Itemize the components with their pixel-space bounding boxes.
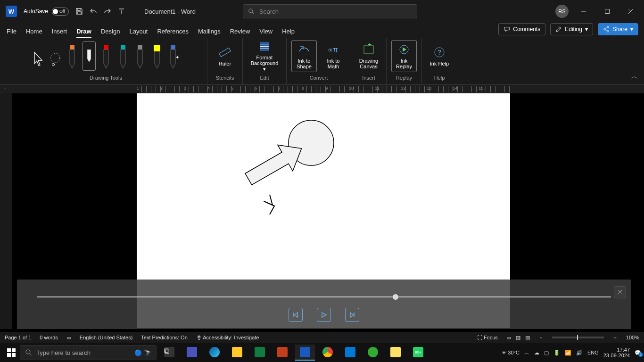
comments-button[interactable]: Comments — [498, 23, 545, 35]
drawn-scribble[interactable] — [264, 195, 274, 214]
ink-help-button[interactable]: ? Ink Help — [427, 40, 452, 72]
onedrive-icon[interactable]: ☁ — [534, 350, 539, 356]
whatsapp-app[interactable]: 99+ — [408, 345, 428, 361]
excel-app[interactable] — [250, 345, 270, 361]
explorer-app[interactable] — [227, 345, 247, 361]
tab-layout[interactable]: Layout — [129, 28, 148, 38]
web-layout-icon[interactable]: ▤ — [525, 335, 530, 341]
print-layout-icon[interactable]: ▥ — [516, 335, 520, 341]
volume-icon[interactable]: 🔊 — [576, 350, 583, 356]
zoom-in-button[interactable]: ＋ — [612, 334, 618, 341]
teams-app[interactable] — [182, 345, 202, 361]
meet-now-icon[interactable]: ▢ — [544, 350, 549, 356]
undo-icon[interactable] — [90, 8, 97, 15]
title-bar: W AutoSave Off Document1 - Word Search R… — [0, 0, 644, 23]
tray-chevron-up-icon[interactable]: ︿ — [524, 349, 529, 356]
select-tool[interactable] — [32, 43, 45, 69]
zoom-level[interactable]: 100% — [626, 335, 639, 340]
tab-draw[interactable]: Draw — [76, 28, 91, 38]
ink-to-math-button[interactable]: ∝π Ink to Math — [321, 40, 346, 72]
save-icon[interactable] — [75, 8, 83, 15]
edge-app[interactable] — [205, 345, 224, 361]
sticky-notes-app[interactable] — [386, 345, 405, 361]
tab-help[interactable]: Help — [282, 28, 295, 38]
zoom-slider[interactable] — [552, 337, 604, 338]
outlook-app[interactable] — [340, 345, 360, 361]
pen-orange[interactable] — [66, 43, 79, 69]
pen-red[interactable] — [99, 43, 113, 69]
pen-sparkle[interactable]: ✦ — [167, 43, 181, 69]
redo-icon[interactable] — [104, 8, 111, 15]
status-page[interactable]: Page 1 of 1 — [5, 335, 31, 340]
weather-widget[interactable]: ☀ 30°C — [502, 350, 520, 356]
status-text-predictions[interactable]: Text Predictions: On — [141, 335, 187, 340]
clock[interactable]: 17:47 23-09-2024 — [603, 347, 630, 358]
notifications-button[interactable]: 💬6 — [635, 350, 641, 356]
powerpoint-app[interactable] — [272, 345, 292, 361]
horizontal-ruler[interactable]: ⌐ 123456789101112131415 — [0, 85, 644, 93]
read-mode-icon[interactable]: ▭ — [506, 335, 511, 341]
tab-design[interactable]: Design — [101, 28, 120, 38]
highlighter-yellow[interactable] — [150, 43, 164, 69]
wifi-icon[interactable]: 📶 — [565, 350, 571, 356]
format-background-button[interactable]: Format Background ▾ — [248, 40, 281, 72]
pencil-gray[interactable] — [133, 43, 147, 69]
user-avatar[interactable]: RS — [555, 5, 569, 18]
tab-insert[interactable]: Insert — [52, 28, 67, 38]
start-button[interactable] — [3, 348, 20, 357]
focus-mode-button[interactable]: ⛶ Focus — [477, 335, 498, 340]
search-box[interactable]: Search — [243, 4, 417, 18]
status-accessibility[interactable]: Accessibility: Investigate — [196, 335, 259, 340]
ink-to-shape-button[interactable]: Ink to Shape — [291, 40, 317, 72]
taskbar-search[interactable]: Type here to search 🔵 🔭 — [20, 345, 157, 360]
customize-qat-icon[interactable] — [118, 8, 125, 15]
ink-to-math-icon: ∝π — [327, 43, 340, 56]
ruler-button[interactable]: Ruler — [212, 40, 238, 72]
editing-mode-button[interactable]: Editing ▾ — [550, 23, 593, 35]
browser-app[interactable] — [363, 345, 383, 361]
toggle-icon[interactable]: Off — [52, 8, 69, 16]
search-icon — [248, 8, 255, 15]
pen-black-active[interactable] — [83, 41, 96, 71]
maximize-button[interactable] — [597, 4, 618, 19]
svg-rect-7 — [70, 45, 74, 49]
group-label-stencils: Stencils — [216, 75, 234, 83]
autosave-toggle[interactable]: AutoSave Off — [24, 8, 69, 16]
ink-replay-pane — [17, 280, 631, 329]
battery-icon[interactable]: 🔋 — [553, 350, 560, 356]
svg-point-3 — [604, 28, 606, 30]
replay-slider[interactable] — [37, 296, 611, 297]
share-button[interactable]: Share ▾ — [598, 23, 638, 35]
ink-replay-button[interactable]: Ink Replay — [391, 40, 417, 72]
spellcheck-icon[interactable]: ▭ — [66, 335, 71, 341]
tab-references[interactable]: References — [157, 28, 188, 38]
status-language[interactable]: English (United States) — [80, 335, 133, 340]
drawing-canvas-button[interactable]: + Drawing Canvas — [356, 40, 381, 72]
ink-help-icon: ? — [433, 46, 446, 59]
language-indicator[interactable]: ENG — [587, 350, 599, 355]
tab-file[interactable]: File — [7, 28, 17, 38]
group-label-drawing-tools: Drawing Tools — [90, 75, 122, 83]
tab-home[interactable]: Home — [26, 28, 42, 38]
tab-mailings[interactable]: Mailings — [198, 28, 221, 38]
svg-rect-9 — [121, 45, 125, 49]
tab-view[interactable]: View — [259, 28, 272, 38]
pen-teal[interactable] — [116, 43, 130, 69]
status-words[interactable]: 0 words — [40, 335, 58, 340]
replay-close-button[interactable] — [614, 286, 626, 298]
vertical-ruler[interactable] — [0, 93, 12, 329]
replay-rewind-button[interactable] — [289, 308, 303, 322]
search-icon — [25, 349, 33, 356]
chrome-app[interactable] — [318, 345, 338, 361]
replay-forward-button[interactable] — [345, 308, 359, 322]
taskview-button[interactable]: ⧉ — [159, 345, 179, 361]
collapse-ribbon-icon[interactable]: ︿ — [631, 72, 638, 82]
word-app[interactable] — [295, 345, 315, 361]
close-icon — [617, 289, 623, 295]
zoom-out-button[interactable]: － — [538, 334, 544, 341]
replay-play-button[interactable] — [317, 308, 331, 322]
close-button[interactable] — [620, 4, 641, 19]
lasso-tool[interactable] — [49, 43, 62, 69]
minimize-button[interactable] — [573, 4, 594, 19]
tab-review[interactable]: Review — [230, 28, 250, 38]
